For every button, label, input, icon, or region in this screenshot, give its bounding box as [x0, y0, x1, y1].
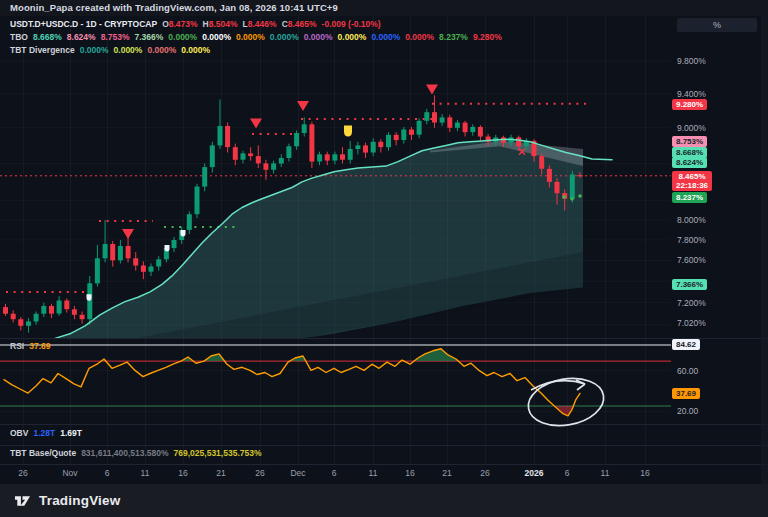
- tbo-value: 0.000%: [270, 32, 299, 42]
- tbo-value: 0.000%: [168, 32, 197, 42]
- change-value: -0.009 (-0.10%): [322, 19, 381, 29]
- tradingview-window: Moonin_Papa created with TradingView.com…: [0, 0, 768, 517]
- price-axis-label: 7.600%: [677, 255, 706, 265]
- ohlc-item: O8.473%: [162, 19, 197, 29]
- tbo-value: 7.366%: [134, 32, 163, 42]
- ohlc-item: C8.465%: [282, 19, 317, 29]
- time-axis-label: Dec: [290, 468, 305, 478]
- price-badge: 8.465%22:18:36: [672, 171, 712, 191]
- percent-scale-button[interactable]: %: [677, 18, 757, 32]
- time-axis-label: 11: [369, 468, 378, 478]
- obv-value-2: 1.69T: [60, 428, 82, 438]
- rsi-value: 37.69: [29, 341, 50, 351]
- ohlc-values: O8.473%H8.504%L8.446%C8.465%: [162, 19, 316, 29]
- price-badge: 7.366%: [672, 279, 707, 290]
- tbt-divergence-value: 0.000%: [181, 45, 210, 55]
- legend-symbol-row[interactable]: USDT.D+USDC.D - 1D - CRYPTOCAP O8.473%H8…: [10, 19, 502, 29]
- tbt-value-2: 769,025,531,535.753%: [174, 448, 262, 458]
- bottom-bar: TradingView: [0, 484, 768, 517]
- tbo-values: 8.668%8.624%8.753%7.366%0.000%0.000%0.00…: [33, 32, 502, 42]
- tbt-divergence-value: 0.000%: [147, 45, 176, 55]
- time-axis-label: 2026: [525, 468, 544, 478]
- tbt-divergence-label[interactable]: TBT Divergence: [10, 45, 75, 55]
- tbo-value: 0.000%: [405, 32, 434, 42]
- symbol-title[interactable]: USDT.D+USDC.D - 1D - CRYPTOCAP: [10, 19, 157, 29]
- price-axis-label: 8.000%: [677, 215, 706, 225]
- obv-value-1: 1.28T: [33, 428, 55, 438]
- price-axis-label: 7.200%: [677, 298, 706, 308]
- price-badge: 9.280%: [672, 99, 707, 110]
- tradingview-logo-icon[interactable]: [13, 491, 32, 510]
- time-axis-label: 16: [405, 468, 414, 478]
- time-axis-label: 11: [601, 468, 610, 478]
- tbo-value: 0.000%: [304, 32, 333, 42]
- legend-tbo-row[interactable]: TBO 8.668%8.624%8.753%7.366%0.000%0.000%…: [10, 32, 502, 42]
- tbo-value: 0.000%: [236, 32, 265, 42]
- tbo-value: 8.753%: [101, 32, 130, 42]
- tbo-value: 0.000%: [202, 32, 231, 42]
- tbo-value: 0.000%: [371, 32, 400, 42]
- tbo-value: 8.624%: [67, 32, 96, 42]
- time-axis-label: 6: [105, 468, 110, 478]
- drawn-circle-annotation: [525, 373, 608, 431]
- tbt-pane-title[interactable]: TBT Base/Quote 831,611,400,513.580% 769,…: [10, 448, 262, 458]
- price-axis-label: 7.020%: [677, 318, 706, 328]
- time-axis-label: 16: [640, 468, 649, 478]
- tbo-value: 9.280%: [473, 32, 502, 42]
- tbt-divergence-value: 0.000%: [80, 45, 109, 55]
- ohlc-item: H8.504%: [203, 19, 238, 29]
- tbo-indicator-label[interactable]: TBO: [10, 32, 28, 42]
- tbo-value: 8.237%: [439, 32, 468, 42]
- chart-graphics: [0, 16, 768, 484]
- legend-divergence-row[interactable]: TBT Divergence 0.000%0.000%0.000%0.000%: [10, 45, 502, 55]
- tbt-label[interactable]: TBT Base/Quote: [10, 448, 76, 458]
- rsi-badge: 84.62: [672, 339, 700, 350]
- price-axis-label: 9.400%: [677, 89, 706, 99]
- attribution-text: Moonin_Papa created with TradingView.com…: [10, 2, 338, 16]
- price-axis-label: 9.800%: [677, 56, 706, 66]
- legend: USDT.D+USDC.D - 1D - CRYPTOCAP O8.473%H8…: [10, 19, 502, 55]
- price-badge: 8.624%: [672, 157, 707, 168]
- time-axis-label: 26: [18, 468, 27, 478]
- rsi-axis-label: 60.00: [677, 366, 698, 376]
- tradingview-brand-text[interactable]: TradingView: [39, 493, 120, 508]
- tbt-divergence-values: 0.000%0.000%0.000%0.000%: [80, 45, 210, 55]
- ohlc-item: L8.446%: [243, 19, 277, 29]
- time-axis-label: 6: [565, 468, 570, 478]
- tbo-value: 0.000%: [338, 32, 367, 42]
- rsi-axis-label: 20.00: [677, 406, 698, 416]
- obv-pane-title[interactable]: OBV 1.28T 1.69T: [10, 428, 82, 438]
- time-axis-label: Nov: [62, 468, 77, 478]
- price-badge: 8.753%: [672, 136, 707, 147]
- price-axis-label: 7.800%: [677, 235, 706, 245]
- tbo-value: 8.668%: [33, 32, 62, 42]
- rsi-pane-title[interactable]: RSI 37.69: [10, 341, 50, 351]
- axis-edge-strip: [761, 16, 768, 484]
- time-axis-label: 21: [216, 468, 225, 478]
- time-axis-label: 11: [141, 468, 150, 478]
- obv-label[interactable]: OBV: [10, 428, 28, 438]
- rsi-label[interactable]: RSI: [10, 341, 24, 351]
- time-axis-label: 6: [332, 468, 337, 478]
- tbt-divergence-value: 0.000%: [114, 45, 143, 55]
- price-badge: 8.237%: [672, 192, 707, 203]
- rsi-badge: 37.69: [672, 388, 700, 399]
- time-axis-label: 26: [255, 468, 264, 478]
- chart-canvas[interactable]: USDT.D+USDC.D - 1D - CRYPTOCAP O8.473%H8…: [0, 16, 768, 484]
- tbt-value-1: 831,611,400,513.580%: [81, 448, 168, 458]
- time-axis-label: 26: [480, 468, 489, 478]
- time-axis-label: 16: [178, 468, 187, 478]
- price-axis-label: 9.000%: [677, 123, 706, 133]
- time-axis-label: 21: [442, 468, 451, 478]
